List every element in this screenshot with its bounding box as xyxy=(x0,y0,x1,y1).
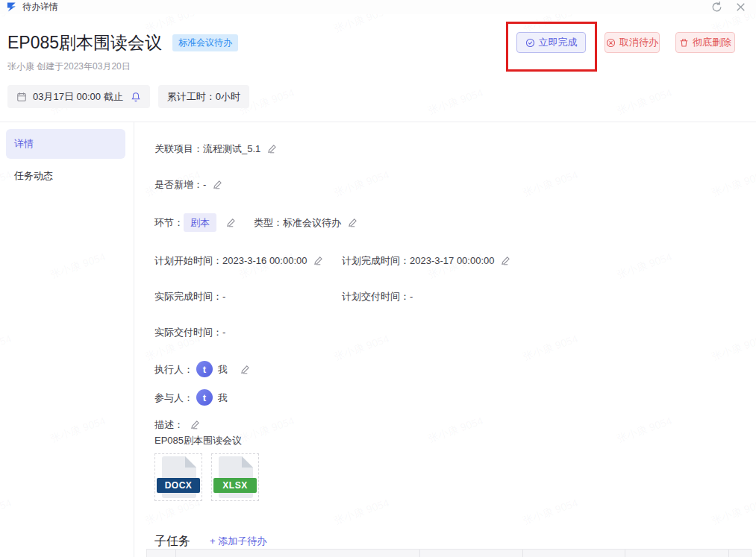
deadline-text: 03月17日 00:00 截止 xyxy=(33,90,123,104)
complete-label: 立即完成 xyxy=(539,36,578,49)
refresh-icon[interactable] xyxy=(710,1,723,13)
plan-start-label: 计划开始时间： xyxy=(154,254,222,268)
attachment-xlsx[interactable]: XLSX xyxy=(211,453,259,501)
plan-finish-value: 2023-3-17 00:00:00 xyxy=(410,254,494,268)
related-project-value: 流程测试_5.1 xyxy=(203,142,260,156)
subtask-table-header xyxy=(146,549,752,557)
add-subtask-link[interactable]: + 添加子待办 xyxy=(210,534,266,548)
participant-label: 参与人： xyxy=(154,391,193,405)
related-project-row: 关联项目： 流程测试_5.1 xyxy=(154,142,756,156)
participant-row: 参与人： t 我 xyxy=(154,389,756,406)
actual-deliver-value: - xyxy=(222,325,225,339)
actual-finish-value: - xyxy=(222,289,225,303)
plan-times-row: 计划开始时间： 2023-3-16 00:00:00 计划完成时间： 2023-… xyxy=(154,254,756,268)
executor-row: 执行人： t 我 xyxy=(154,361,756,377)
app-logo-icon xyxy=(6,1,17,13)
sidebar-item-activity[interactable]: 任务动态 xyxy=(0,159,134,193)
close-icon[interactable] xyxy=(734,1,747,13)
plan-deliver-label: 计划交付时间： xyxy=(342,289,410,303)
executor-value: 我 xyxy=(218,362,228,377)
participant-avatar: t xyxy=(196,389,213,406)
actual-finish-row: 实际完成时间： - 计划交付时间： - xyxy=(154,289,756,303)
delete-button[interactable]: 彻底删除 xyxy=(675,32,735,53)
plan-start-value: 2023-3-16 00:00:00 xyxy=(222,254,307,268)
xlsx-ribbon: XLSX xyxy=(213,478,257,493)
edit-is-new-icon[interactable] xyxy=(213,180,222,189)
complete-button[interactable]: 立即完成 xyxy=(516,32,586,53)
attachment-docx[interactable]: DOCX xyxy=(154,453,202,501)
plan-finish-label: 计划完成时间： xyxy=(342,254,410,268)
details-panel: 关联项目： 流程测试_5.1 是否新增： - 环节： 剧本 类型： 标准会议待办 xyxy=(134,122,756,557)
edit-description-icon[interactable] xyxy=(190,420,200,429)
description-text: EP085剧本围读会议 xyxy=(154,433,756,447)
actual-finish-label: 实际完成时间： xyxy=(154,289,222,303)
check-circle-icon xyxy=(525,38,535,48)
bell-icon[interactable] xyxy=(131,92,141,102)
hours-chip: 累计工时：0小时 xyxy=(158,85,249,108)
is-new-label: 是否新增： xyxy=(154,177,203,192)
edit-stage-icon[interactable] xyxy=(226,218,236,227)
description-label: 描述： xyxy=(154,418,184,432)
description-row: 描述： xyxy=(154,418,756,432)
window-title: 待办详情 xyxy=(22,0,58,14)
related-project-label: 关联项目： xyxy=(154,142,203,156)
sidebar-item-details[interactable]: 详情 xyxy=(6,129,125,159)
todo-title: EP085剧本围读会议 xyxy=(7,33,162,52)
subtask-title: 子任务 xyxy=(154,534,190,548)
actual-deliver-label: 实际交付时间： xyxy=(154,325,222,339)
plan-deliver-value: - xyxy=(410,289,413,303)
stage-tag: 剧本 xyxy=(184,213,216,232)
edit-plan-start-icon[interactable] xyxy=(313,256,323,265)
edit-plan-finish-icon[interactable] xyxy=(501,256,510,265)
subtask-header: 子任务 + 添加子待办 xyxy=(154,534,756,548)
actual-deliver-row: 实际交付时间： - xyxy=(154,325,756,339)
todo-type-badge: 标准会议待办 xyxy=(172,34,238,51)
edit-type-icon[interactable] xyxy=(348,218,357,227)
delete-label: 彻底删除 xyxy=(693,36,731,49)
calendar-icon xyxy=(16,92,27,102)
watermark-text: 张小康 9054 xyxy=(426,86,485,118)
creator-line: 张小康 创建于2023年03月20日 xyxy=(7,60,131,73)
trash-icon xyxy=(679,38,689,48)
cancel-circle-icon xyxy=(606,38,616,48)
executor-label: 执行人： xyxy=(154,362,193,377)
docx-ribbon: DOCX xyxy=(157,478,200,493)
watermark-text: 张小康 9054 xyxy=(615,86,674,118)
cancel-label: 取消待办 xyxy=(619,36,658,49)
type-label: 类型： xyxy=(254,215,283,230)
edit-project-icon[interactable] xyxy=(267,144,277,154)
is-new-row: 是否新增： - xyxy=(154,177,756,192)
deadline-chip: 03月17日 00:00 截止 xyxy=(7,85,150,108)
hours-text: 累计工时：0小时 xyxy=(167,90,240,104)
window-titlebar: 待办详情 xyxy=(0,0,756,14)
type-value: 标准会议待办 xyxy=(283,215,341,230)
cancel-todo-button[interactable]: 取消待办 xyxy=(605,32,660,53)
executor-avatar: t xyxy=(196,361,213,377)
participant-value: 我 xyxy=(218,391,228,405)
sidebar: 详情 任务动态 xyxy=(0,122,134,557)
stage-label: 环节： xyxy=(154,215,184,230)
is-new-value: - xyxy=(203,177,206,192)
stage-type-row: 环节： 剧本 类型： 标准会议待办 xyxy=(154,213,756,232)
page-title-row: EP085剧本围读会议标准会议待办 xyxy=(7,31,238,54)
edit-executor-icon[interactable] xyxy=(240,365,250,374)
